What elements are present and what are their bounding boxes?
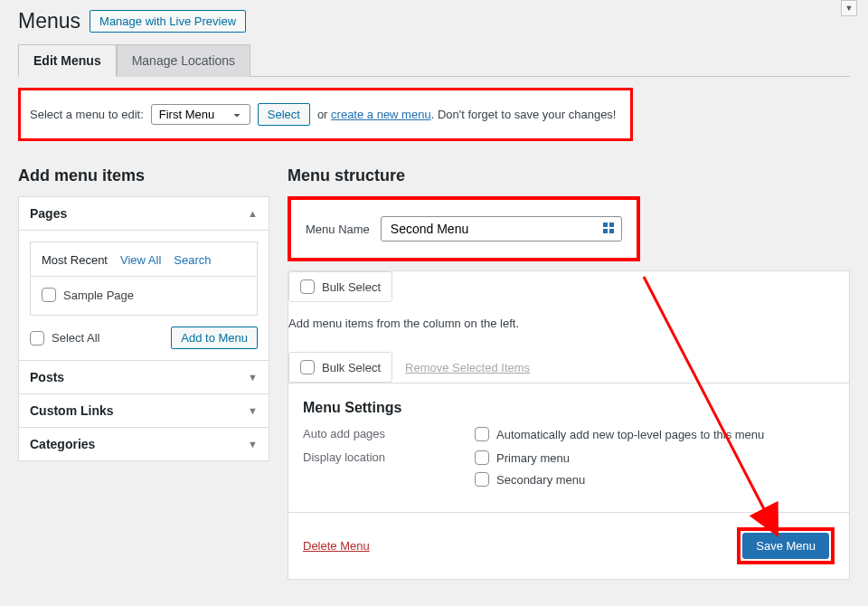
location-primary-option[interactable]: Primary menu <box>475 450 585 465</box>
chevron-down-icon: ▼ <box>248 439 258 450</box>
manage-live-preview-button[interactable]: Manage with Live Preview <box>90 10 246 33</box>
selector-or-text: or create a new menu. Don't forget to sa… <box>317 108 617 121</box>
empty-menu-hint: Add menu items from the column on the le… <box>288 317 849 330</box>
page-item-sample[interactable]: Sample Page <box>42 288 246 302</box>
location-primary-checkbox[interactable] <box>475 450 489 465</box>
location-secondary-checkbox[interactable] <box>475 472 489 487</box>
accordion-categories[interactable]: Categories ▼ <box>19 427 269 460</box>
bulk-select-bottom[interactable]: Bulk Select <box>288 352 392 383</box>
menu-name-input[interactable] <box>381 216 622 241</box>
menu-name-label: Menu Name <box>306 223 370 236</box>
svg-rect-3 <box>609 229 614 233</box>
menu-settings-heading: Menu Settings <box>303 400 835 416</box>
delete-menu-link[interactable]: Delete Menu <box>303 539 370 553</box>
display-location-label: Display location <box>303 450 475 487</box>
add-menu-items-heading: Add menu items <box>18 166 269 185</box>
pages-tab-view-all[interactable]: View All <box>120 253 161 267</box>
chevron-down-icon: ▼ <box>248 405 258 416</box>
menu-name-row: Menu Name <box>288 196 640 261</box>
bulk-select-top[interactable]: Bulk Select <box>288 271 392 302</box>
remove-selected-items-link[interactable]: Remove Selected Items <box>405 361 530 374</box>
create-new-menu-link[interactable]: create a new menu <box>331 108 431 121</box>
add-to-menu-button[interactable]: Add to Menu <box>171 327 258 349</box>
accordion-posts[interactable]: Posts ▼ <box>19 360 269 393</box>
menu-selector-label: Select a menu to edit: <box>30 108 144 121</box>
select-all-checkbox[interactable] <box>30 331 44 346</box>
auto-add-pages-label: Auto add pages <box>303 427 475 441</box>
bulk-select-bottom-checkbox[interactable] <box>300 360 315 374</box>
auto-add-pages-option[interactable]: Automatically add new top-level pages to… <box>475 427 764 441</box>
menu-selector-bar: Select a menu to edit: First Menu Select… <box>18 88 633 141</box>
svg-rect-1 <box>609 223 614 227</box>
svg-rect-2 <box>603 229 608 233</box>
menu-select-dropdown[interactable]: First Menu <box>151 104 250 125</box>
accordion-pages[interactable]: Pages ▲ <box>19 197 269 230</box>
page-item-checkbox[interactable] <box>42 288 56 302</box>
screen-options-toggle[interactable]: ▼ <box>841 0 857 16</box>
bulk-select-top-checkbox[interactable] <box>300 279 315 294</box>
pages-tab-search[interactable]: Search <box>174 253 211 267</box>
page-title: Menus <box>18 9 80 33</box>
menu-structure-heading: Menu structure <box>288 166 850 185</box>
input-extension-icon[interactable] <box>602 222 615 237</box>
select-menu-button[interactable]: Select <box>258 103 310 126</box>
auto-add-pages-checkbox[interactable] <box>475 427 489 441</box>
chevron-down-icon: ▼ <box>248 372 258 383</box>
tab-manage-locations[interactable]: Manage Locations <box>117 44 250 77</box>
svg-rect-0 <box>603 223 608 227</box>
accordion-custom-links[interactable]: Custom Links ▼ <box>19 393 269 427</box>
save-menu-button[interactable]: Save Menu <box>742 533 829 559</box>
pages-tab-most-recent[interactable]: Most Recent <box>42 253 108 267</box>
chevron-up-icon: ▲ <box>248 208 258 219</box>
location-secondary-option[interactable]: Secondary menu <box>475 472 585 487</box>
tab-edit-menus[interactable]: Edit Menus <box>18 44 117 77</box>
select-all-pages[interactable]: Select All <box>30 331 99 346</box>
